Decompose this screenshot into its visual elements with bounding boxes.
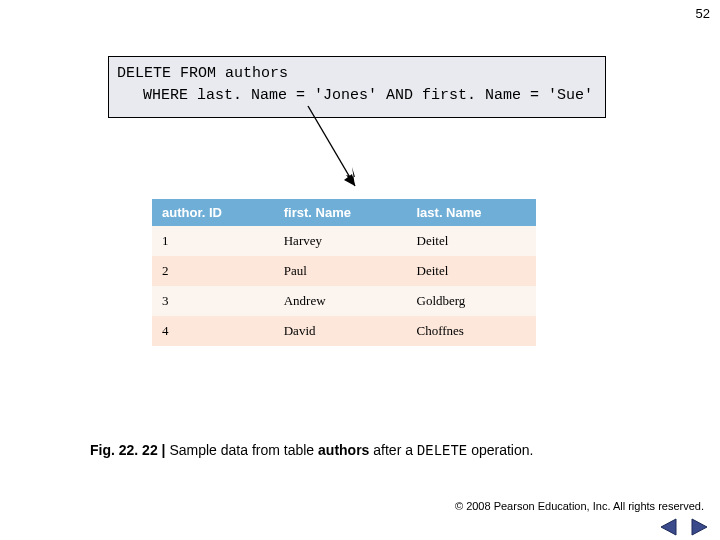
col-last-name: last. Name [407, 199, 537, 226]
caption-text-1: Sample data from table [169, 442, 318, 458]
caption-table-name: authors [318, 442, 369, 458]
sql-line-1: DELETE FROM authors [117, 63, 597, 85]
cell-id: 2 [152, 256, 274, 286]
table-row: 2 Paul Deitel [152, 256, 536, 286]
page-number: 52 [696, 6, 710, 21]
figure-caption: Fig. 22. 22 | Sample data from table aut… [90, 442, 533, 459]
cell-id: 4 [152, 316, 274, 346]
arrow-pointer [300, 104, 380, 204]
svg-marker-3 [661, 519, 676, 535]
caption-text-3: operation. [467, 442, 533, 458]
caption-operation: DELETE [417, 443, 467, 459]
cell-id: 1 [152, 226, 274, 256]
sql-code-box: DELETE FROM authors WHERE last. Name = '… [108, 56, 606, 118]
table-row: 4 David Choffnes [152, 316, 536, 346]
prev-button[interactable] [658, 517, 680, 537]
cell-last: Goldberg [407, 286, 537, 316]
triangle-left-icon [658, 517, 680, 537]
cell-last: Deitel [407, 226, 537, 256]
cell-first: Harvey [274, 226, 407, 256]
cell-last: Choffnes [407, 316, 537, 346]
cell-first: Paul [274, 256, 407, 286]
col-author-id: author. ID [152, 199, 274, 226]
svg-marker-1 [346, 167, 355, 186]
table-row: 1 Harvey Deitel [152, 226, 536, 256]
caption-text-2: after a [369, 442, 416, 458]
cell-first: Andrew [274, 286, 407, 316]
sql-line-2: WHERE last. Name = 'Jones' AND first. Na… [117, 85, 597, 107]
next-button[interactable] [688, 517, 710, 537]
cell-first: David [274, 316, 407, 346]
cell-last: Deitel [407, 256, 537, 286]
copyright-text: © 2008 Pearson Education, Inc. All right… [455, 500, 704, 512]
triangle-right-icon [688, 517, 710, 537]
svg-line-0 [308, 106, 355, 186]
svg-marker-2 [344, 174, 355, 186]
col-first-name: first. Name [274, 199, 407, 226]
authors-table: author. ID first. Name last. Name 1 Harv… [152, 199, 536, 346]
table-header-row: author. ID first. Name last. Name [152, 199, 536, 226]
svg-marker-4 [692, 519, 707, 535]
authors-table-container: author. ID first. Name last. Name 1 Harv… [152, 199, 536, 346]
caption-fig-number: Fig. 22. 22 | [90, 442, 169, 458]
cell-id: 3 [152, 286, 274, 316]
table-row: 3 Andrew Goldberg [152, 286, 536, 316]
nav-controls [658, 517, 710, 537]
